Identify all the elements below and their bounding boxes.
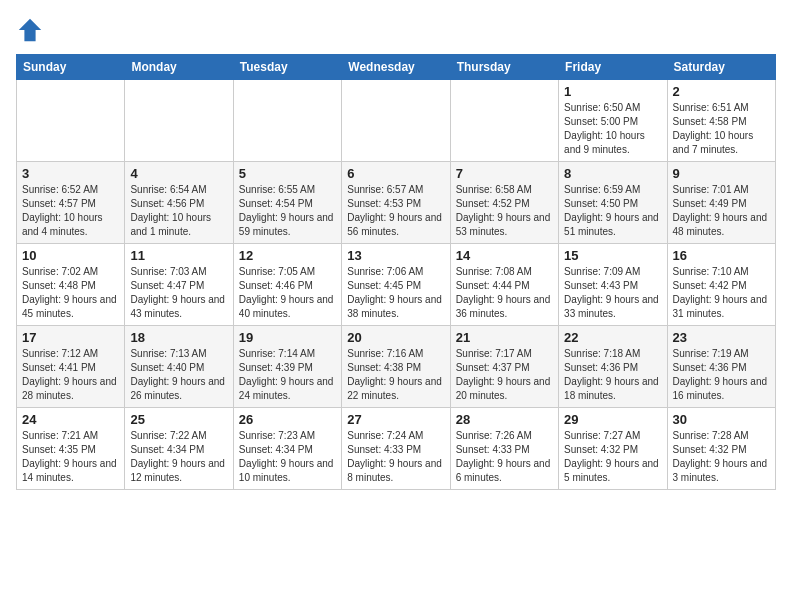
calendar-cell: 19Sunrise: 7:14 AM Sunset: 4:39 PM Dayli… [233,326,341,408]
calendar-cell: 2Sunrise: 6:51 AM Sunset: 4:58 PM Daylig… [667,80,775,162]
day-info: Sunrise: 7:18 AM Sunset: 4:36 PM Dayligh… [564,347,661,403]
day-info: Sunrise: 7:06 AM Sunset: 4:45 PM Dayligh… [347,265,444,321]
calendar-cell: 27Sunrise: 7:24 AM Sunset: 4:33 PM Dayli… [342,408,450,490]
day-number: 18 [130,330,227,345]
day-info: Sunrise: 6:55 AM Sunset: 4:54 PM Dayligh… [239,183,336,239]
calendar-cell: 20Sunrise: 7:16 AM Sunset: 4:38 PM Dayli… [342,326,450,408]
calendar-week-row: 1Sunrise: 6:50 AM Sunset: 5:00 PM Daylig… [17,80,776,162]
day-info: Sunrise: 6:57 AM Sunset: 4:53 PM Dayligh… [347,183,444,239]
day-info: Sunrise: 7:19 AM Sunset: 4:36 PM Dayligh… [673,347,770,403]
column-header-saturday: Saturday [667,55,775,80]
calendar-week-row: 3Sunrise: 6:52 AM Sunset: 4:57 PM Daylig… [17,162,776,244]
day-info: Sunrise: 7:05 AM Sunset: 4:46 PM Dayligh… [239,265,336,321]
day-number: 4 [130,166,227,181]
calendar-cell: 18Sunrise: 7:13 AM Sunset: 4:40 PM Dayli… [125,326,233,408]
day-info: Sunrise: 7:02 AM Sunset: 4:48 PM Dayligh… [22,265,119,321]
calendar-week-row: 10Sunrise: 7:02 AM Sunset: 4:48 PM Dayli… [17,244,776,326]
calendar-cell: 9Sunrise: 7:01 AM Sunset: 4:49 PM Daylig… [667,162,775,244]
day-info: Sunrise: 7:26 AM Sunset: 4:33 PM Dayligh… [456,429,553,485]
day-info: Sunrise: 6:50 AM Sunset: 5:00 PM Dayligh… [564,101,661,157]
calendar-cell: 17Sunrise: 7:12 AM Sunset: 4:41 PM Dayli… [17,326,125,408]
day-number: 1 [564,84,661,99]
day-number: 28 [456,412,553,427]
day-number: 7 [456,166,553,181]
day-info: Sunrise: 6:52 AM Sunset: 4:57 PM Dayligh… [22,183,119,239]
day-number: 15 [564,248,661,263]
day-number: 16 [673,248,770,263]
calendar-cell: 15Sunrise: 7:09 AM Sunset: 4:43 PM Dayli… [559,244,667,326]
day-info: Sunrise: 7:08 AM Sunset: 4:44 PM Dayligh… [456,265,553,321]
column-header-monday: Monday [125,55,233,80]
day-info: Sunrise: 6:51 AM Sunset: 4:58 PM Dayligh… [673,101,770,157]
calendar-cell: 8Sunrise: 6:59 AM Sunset: 4:50 PM Daylig… [559,162,667,244]
day-info: Sunrise: 7:03 AM Sunset: 4:47 PM Dayligh… [130,265,227,321]
calendar-cell [450,80,558,162]
calendar-header-row: SundayMondayTuesdayWednesdayThursdayFrid… [17,55,776,80]
svg-marker-0 [19,19,41,41]
day-number: 13 [347,248,444,263]
day-info: Sunrise: 7:14 AM Sunset: 4:39 PM Dayligh… [239,347,336,403]
day-number: 10 [22,248,119,263]
calendar-cell: 16Sunrise: 7:10 AM Sunset: 4:42 PM Dayli… [667,244,775,326]
calendar-cell: 7Sunrise: 6:58 AM Sunset: 4:52 PM Daylig… [450,162,558,244]
day-number: 25 [130,412,227,427]
calendar-cell: 5Sunrise: 6:55 AM Sunset: 4:54 PM Daylig… [233,162,341,244]
day-info: Sunrise: 7:17 AM Sunset: 4:37 PM Dayligh… [456,347,553,403]
logo [16,16,48,44]
day-number: 29 [564,412,661,427]
day-info: Sunrise: 7:27 AM Sunset: 4:32 PM Dayligh… [564,429,661,485]
column-header-tuesday: Tuesday [233,55,341,80]
day-info: Sunrise: 7:23 AM Sunset: 4:34 PM Dayligh… [239,429,336,485]
calendar-cell: 30Sunrise: 7:28 AM Sunset: 4:32 PM Dayli… [667,408,775,490]
day-info: Sunrise: 7:01 AM Sunset: 4:49 PM Dayligh… [673,183,770,239]
day-number: 26 [239,412,336,427]
day-number: 8 [564,166,661,181]
calendar-cell: 4Sunrise: 6:54 AM Sunset: 4:56 PM Daylig… [125,162,233,244]
day-number: 22 [564,330,661,345]
calendar-cell: 13Sunrise: 7:06 AM Sunset: 4:45 PM Dayli… [342,244,450,326]
day-number: 14 [456,248,553,263]
page-header [16,16,776,44]
calendar-cell: 28Sunrise: 7:26 AM Sunset: 4:33 PM Dayli… [450,408,558,490]
calendar-cell: 1Sunrise: 6:50 AM Sunset: 5:00 PM Daylig… [559,80,667,162]
calendar-cell: 11Sunrise: 7:03 AM Sunset: 4:47 PM Dayli… [125,244,233,326]
calendar-cell [125,80,233,162]
day-number: 27 [347,412,444,427]
calendar-cell: 22Sunrise: 7:18 AM Sunset: 4:36 PM Dayli… [559,326,667,408]
calendar-cell: 6Sunrise: 6:57 AM Sunset: 4:53 PM Daylig… [342,162,450,244]
day-number: 20 [347,330,444,345]
day-info: Sunrise: 6:54 AM Sunset: 4:56 PM Dayligh… [130,183,227,239]
day-number: 23 [673,330,770,345]
day-number: 5 [239,166,336,181]
day-info: Sunrise: 7:28 AM Sunset: 4:32 PM Dayligh… [673,429,770,485]
calendar-cell: 14Sunrise: 7:08 AM Sunset: 4:44 PM Dayli… [450,244,558,326]
day-info: Sunrise: 7:24 AM Sunset: 4:33 PM Dayligh… [347,429,444,485]
day-number: 19 [239,330,336,345]
day-number: 6 [347,166,444,181]
day-number: 2 [673,84,770,99]
calendar-cell: 23Sunrise: 7:19 AM Sunset: 4:36 PM Dayli… [667,326,775,408]
calendar-week-row: 17Sunrise: 7:12 AM Sunset: 4:41 PM Dayli… [17,326,776,408]
day-number: 30 [673,412,770,427]
calendar-cell [233,80,341,162]
column-header-friday: Friday [559,55,667,80]
day-number: 3 [22,166,119,181]
calendar-cell: 29Sunrise: 7:27 AM Sunset: 4:32 PM Dayli… [559,408,667,490]
calendar-cell [342,80,450,162]
day-info: Sunrise: 7:10 AM Sunset: 4:42 PM Dayligh… [673,265,770,321]
day-info: Sunrise: 7:22 AM Sunset: 4:34 PM Dayligh… [130,429,227,485]
day-info: Sunrise: 7:21 AM Sunset: 4:35 PM Dayligh… [22,429,119,485]
day-info: Sunrise: 7:13 AM Sunset: 4:40 PM Dayligh… [130,347,227,403]
day-number: 12 [239,248,336,263]
day-number: 11 [130,248,227,263]
day-number: 24 [22,412,119,427]
column-header-thursday: Thursday [450,55,558,80]
day-number: 17 [22,330,119,345]
calendar-table: SundayMondayTuesdayWednesdayThursdayFrid… [16,54,776,490]
calendar-week-row: 24Sunrise: 7:21 AM Sunset: 4:35 PM Dayli… [17,408,776,490]
calendar-cell: 12Sunrise: 7:05 AM Sunset: 4:46 PM Dayli… [233,244,341,326]
calendar-cell: 21Sunrise: 7:17 AM Sunset: 4:37 PM Dayli… [450,326,558,408]
calendar-cell: 25Sunrise: 7:22 AM Sunset: 4:34 PM Dayli… [125,408,233,490]
column-header-sunday: Sunday [17,55,125,80]
day-info: Sunrise: 7:16 AM Sunset: 4:38 PM Dayligh… [347,347,444,403]
